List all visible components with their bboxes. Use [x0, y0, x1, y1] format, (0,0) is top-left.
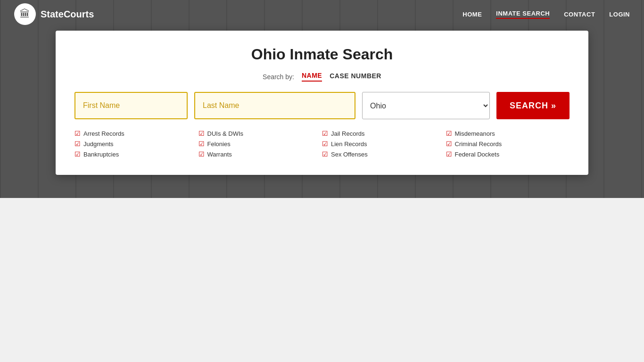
search-card-title: Ohio Inmate Search — [74, 46, 570, 63]
nav-links: HOME INMATE SEARCH CONTACT LOGIN — [462, 10, 630, 19]
state-select[interactable]: Ohio Alabama Alaska Arizona Arkansas Cal… — [362, 92, 490, 119]
nav-home[interactable]: HOME — [462, 11, 482, 18]
check-bankruptcies: ☑ Bankruptcies — [74, 150, 198, 158]
check-label: Criminal Records — [455, 140, 502, 148]
check-icon: ☑ — [198, 150, 205, 158]
check-jail-records: ☑ Jail Records — [322, 130, 446, 137]
first-name-input[interactable] — [74, 92, 188, 119]
tab-case-number[interactable]: CASE NUMBER — [330, 72, 381, 81]
search-button[interactable]: SEARCH » — [496, 92, 570, 119]
check-label: Judgments — [83, 140, 114, 148]
search-inputs-row: Ohio Alabama Alaska Arizona Arkansas Cal… — [74, 92, 570, 119]
check-label: Sex Offenses — [331, 151, 368, 158]
check-icon: ☑ — [322, 150, 328, 158]
check-label: Federal Dockets — [455, 151, 500, 158]
check-label: Bankruptcies — [83, 151, 119, 158]
check-label: Misdemeanors — [455, 130, 495, 137]
nav-login[interactable]: LOGIN — [609, 11, 630, 18]
logo-icon: 🏛 — [14, 3, 36, 25]
check-icon: ☑ — [446, 150, 452, 158]
search-card: Ohio Inmate Search Search by: NAME CASE … — [56, 31, 588, 175]
check-icon: ☑ — [74, 150, 81, 158]
check-judgments: ☑ Judgments — [74, 140, 198, 148]
check-arrest-records: ☑ Arrest Records — [74, 130, 198, 137]
check-warrants: ☑ Warrants — [198, 150, 322, 158]
header: COURTHOUSE 🏛 StateCourts HOME INMATE SEA… — [0, 0, 644, 198]
checks-grid: ☑ Arrest Records ☑ DUIs & DWIs ☑ Jail Re… — [74, 130, 570, 158]
check-lien-records: ☑ Lien Records — [322, 140, 446, 148]
check-icon: ☑ — [198, 130, 205, 137]
check-icon: ☑ — [446, 140, 452, 148]
check-icon: ☑ — [322, 140, 328, 148]
check-criminal-records: ☑ Criminal Records — [446, 140, 570, 148]
check-federal-dockets: ☑ Federal Dockets — [446, 150, 570, 158]
nav-inmate-search[interactable]: INMATE SEARCH — [496, 10, 550, 19]
check-misdemeanors: ☑ Misdemeanors — [446, 130, 570, 137]
check-label: DUIs & DWIs — [207, 130, 244, 137]
nav-contact[interactable]: CONTACT — [564, 11, 595, 18]
logo[interactable]: 🏛 StateCourts — [14, 3, 94, 25]
search-by-label: Search by: — [263, 73, 294, 81]
check-label: Arrest Records — [83, 130, 124, 137]
check-sex-offenses: ☑ Sex Offenses — [322, 150, 446, 158]
check-icon: ☑ — [322, 130, 328, 137]
check-icon: ☑ — [74, 130, 81, 137]
check-duis: ☑ DUIs & DWIs — [198, 130, 322, 137]
logo-text: StateCourts — [41, 9, 94, 20]
last-name-input[interactable] — [194, 92, 355, 119]
check-label: Felonies — [207, 140, 231, 148]
check-icon: ☑ — [198, 140, 205, 148]
check-label: Lien Records — [331, 140, 367, 148]
check-label: Warrants — [207, 151, 232, 158]
navbar: 🏛 StateCourts HOME INMATE SEARCH CONTACT… — [0, 0, 644, 28]
tab-name[interactable]: NAME — [302, 72, 322, 82]
check-label: Jail Records — [331, 130, 365, 137]
search-by-row: Search by: NAME CASE NUMBER — [74, 72, 570, 82]
check-felonies: ☑ Felonies — [198, 140, 322, 148]
check-icon: ☑ — [446, 130, 452, 137]
check-icon: ☑ — [74, 140, 81, 148]
